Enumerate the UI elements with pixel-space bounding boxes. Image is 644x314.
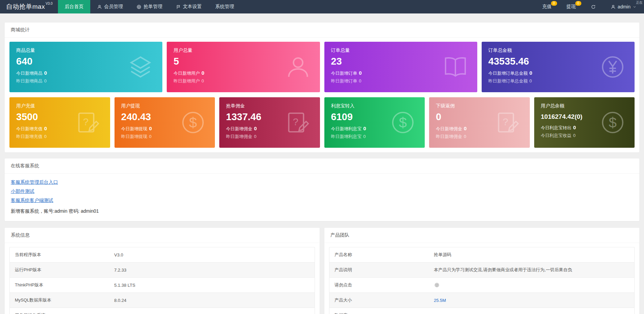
dollar-icon [600,109,626,136]
row-label: 服务器操作系统 [10,308,109,314]
product-size-link[interactable]: 25.5M [434,298,446,303]
do-not-click-icon[interactable] [434,282,440,288]
yesterday-value: 0 [254,134,256,139]
user-icon [97,4,102,9]
menu-item-text-settings[interactable]: 文本设置 [169,0,208,13]
yesterday-value: 0 [44,78,46,83]
product-team-title: 产品团队 [324,228,639,243]
row-value: 8.0.24 [109,293,315,308]
today-value: 0 [573,125,576,130]
withdraw-button[interactable]: 提现 0 [559,0,583,13]
book-icon [442,54,469,80]
menu-item-members[interactable]: 会员管理 [90,0,130,13]
service-panel: 在线客服系统 客服系统管理后台入口 小部件测试 客服系统客户端测试 新增客服系统… [5,159,639,221]
yesterday-value: 0 [464,134,466,139]
edit-icon [285,109,311,136]
today-value: 0 [464,126,466,131]
dollar-icon [180,109,206,136]
today-label: 今日新增订单 [331,71,357,76]
menu-item-label: 后台首页 [65,4,84,10]
refresh-icon [591,4,596,9]
row-value: 抢单源码 [429,247,635,263]
service-account-note: 新增客服系统，账号:admin 密码: admin01 [11,208,633,214]
row-value: 7.2.33 [109,263,315,278]
navbar-right: 充值 0 提现 0 admin [535,0,644,13]
row-label: 数据库 [329,308,429,314]
recharge-label: 充值 [542,4,552,10]
service-panel-title: 在线客服系统 [5,159,639,174]
stats-panel: 商城统计 商品总量 640 今日新增商品0 昨日新增商品0 用户总量 5 今日新… [5,23,639,152]
yesterday-label: 昨日新增商品 [16,78,42,83]
bottom-section: 系统信息 当前程序版本 V3.0 运行PHP版本 7.2.33 ThinkP [5,228,639,314]
stat-card-commission: 抢单佣金 1337.46 今日新增佣金0 昨日新增佣金0 [219,97,320,148]
stat-card-title: 用户提现 [121,103,208,109]
row-label: MySQL数据库版本 [10,293,109,308]
table-row: ThinkPHP版本 5.1.38 LTS [10,278,315,293]
app-logo: 自动抢单max V3.0 [0,0,58,13]
table-row: 产品名称 抢单源码 [329,247,635,263]
top-navbar: 自动抢单max V3.0 后台首页 会员管理 抢单管理 文本设置 系统管理 充值… [0,0,644,13]
widget-test-link[interactable]: 小部件测试 [11,188,34,195]
edit-icon [75,109,101,136]
yesterday-value: 0 [201,78,204,83]
chevron-down-icon [633,5,637,9]
menu-item-system[interactable]: 系统管理 [208,0,241,13]
table-row: 运行PHP版本 7.2.33 [10,263,315,278]
row-label: 产品大小 [329,293,429,308]
stat-card-title: 用户充值 [16,103,103,109]
yesterday-value: 0 [573,133,576,138]
stat-card-title: 用户总量 [173,47,313,54]
yesterday-value: 0 [359,78,361,83]
today-label: 今日新增用户 [173,71,200,76]
menu-item-orders[interactable]: 抢单管理 [130,0,169,13]
today-value: 0 [44,126,47,131]
stats-row-1: 商品总量 640 今日新增商品0 昨日新增商品0 用户总量 5 今日新增用户0 … [9,42,635,92]
today-label: 今日新增佣金 [436,126,462,131]
today-value: 0 [44,70,47,76]
table-row: 数据库 mysql [329,308,635,314]
row-value: 本产品只为学习测试交流,请勿要做商业或者用于违法行为,一切后果自负 [429,263,635,278]
system-info-table: 当前程序版本 V3.0 运行PHP版本 7.2.33 ThinkPHP版本 5.… [9,247,315,314]
table-row: 服务器操作系统 Linux [10,308,315,314]
yesterday-value: 0 [529,78,532,83]
today-label: 今日新增利息宝 [331,126,362,131]
table-row: 产品大小 25.5M [329,293,635,308]
table-row: 请勿点击 [329,278,635,293]
database-link[interactable]: mysql [434,313,445,314]
service-admin-link[interactable]: 客服系统管理后台入口 [11,179,58,185]
stat-card-title: 下级返佣 [436,103,523,109]
recharge-button[interactable]: 充值 0 [535,0,559,13]
user-icon [285,54,311,80]
yesterday-label: 昨日新增订单 [331,78,357,83]
menu-item-home[interactable]: 后台首页 [58,0,90,13]
stat-card-title: 利息宝转入 [331,103,418,109]
row-label: 运行PHP版本 [10,263,109,278]
stat-card-title: 商品总量 [16,47,156,54]
table-row: 产品说明 本产品只为学习测试交流,请勿要做商业或者用于违法行为,一切后果自负 [329,263,635,278]
stat-card-users: 用户总量 5 今日新增用户0 昨日新增用户0 [167,42,320,92]
today-label: 今日利息宝转出 [541,125,572,130]
yesterday-label: 昨日新增充值 [16,134,42,139]
today-label: 今日新增订单总金额 [488,71,528,76]
stats-row-2: 用户充值 3500 今日新增充值0 昨日新增充值0 用户提现 240.43 今日… [9,97,635,148]
stat-card-orders: 订单总量 23 今日新增订单0 昨日新增订单0 [324,42,477,92]
yesterday-value: 0 [44,134,46,139]
yesterday-value: 0 [149,134,152,139]
edit-icon [495,109,521,136]
today-value: 0 [254,126,257,131]
refresh-button[interactable] [583,0,603,13]
stats-panel-title: 商城统计 [5,23,639,38]
main-menu: 后台首页 会员管理 抢单管理 文本设置 系统管理 [58,0,241,13]
client-test-link[interactable]: 客服系统客户端测试 [11,198,53,204]
stat-card-title: 用户总余额 [541,103,628,109]
yesterday-label: 昨日新增订单总金额 [488,78,528,83]
today-value: 0 [201,70,204,76]
stat-card-title: 订单总量 [331,47,471,54]
loading-text: 正在 [636,0,643,5]
recharge-badge: 0 [551,1,557,6]
row-value: Linux [109,308,315,314]
today-label: 今日新增佣金 [226,126,252,131]
stat-card-recharge: 用户充值 3500 今日新增充值0 昨日新增充值0 [9,97,110,148]
stat-card-sub-rebate: 下级返佣 0 今日新增佣金0 昨日新增佣金0 [429,97,530,148]
product-team-panel: 产品团队 产品名称 抢单源码 产品说明 本产品只为学习测试交流,请勿要做商业或者… [324,228,639,314]
